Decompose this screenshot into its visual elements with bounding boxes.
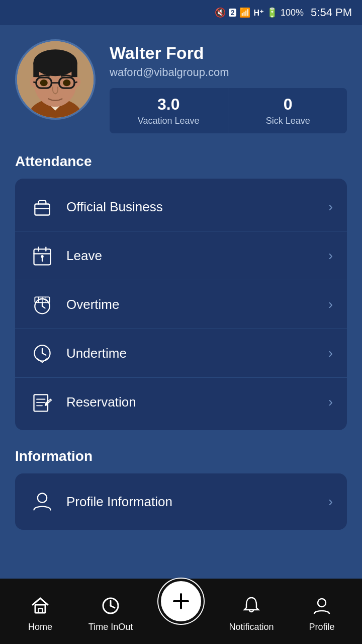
attendance-title: Attendance	[15, 153, 347, 170]
reservation-item[interactable]: Reservation ›	[15, 378, 347, 426]
network-type-icon: H⁺	[253, 8, 263, 18]
official-business-chevron: ›	[328, 199, 333, 215]
profile-header: Walter Ford waford@vibalgroup.com 3.0 Va…	[0, 25, 362, 148]
leave-chevron: ›	[328, 248, 333, 264]
signal-icon: 📶	[239, 7, 250, 18]
undertime-chevron: ›	[328, 345, 333, 361]
nav-home-label: Home	[28, 622, 52, 632]
nav-timeinout[interactable]: Time InOut	[75, 591, 146, 632]
nav-profile[interactable]: Profile	[287, 591, 357, 632]
svg-point-15	[40, 79, 48, 86]
person-icon	[29, 489, 55, 515]
svg-rect-17	[35, 204, 49, 215]
attendance-card: Official Business › Leave ›	[15, 179, 347, 430]
nav-center	[146, 589, 216, 634]
leave-stats: 3.0 Vacation Leave 0 Sick Leave	[110, 88, 347, 133]
undertime-label: Undertime	[66, 346, 328, 361]
vacation-leave-label: Vacation Leave	[120, 116, 218, 126]
official-business-item[interactable]: Official Business ›	[15, 183, 347, 231]
sick-leave-stat: 0 Sick Leave	[229, 88, 347, 133]
svg-rect-7	[71, 63, 77, 77]
profile-information-item[interactable]: Profile Information ›	[15, 477, 347, 526]
attendance-section: Attendance Official Business ›	[15, 153, 347, 430]
reservation-icon	[29, 389, 55, 415]
profile-info: Walter Ford waford@vibalgroup.com 3.0 Va…	[110, 39, 347, 133]
main-content: Attendance Official Business ›	[0, 148, 362, 550]
overtime-icon	[29, 291, 55, 317]
sick-leave-label: Sick Leave	[239, 116, 337, 126]
sim-icon: 2	[229, 9, 237, 17]
mute-icon: 🔇	[215, 7, 226, 18]
overtime-item[interactable]: Overtime ›	[15, 280, 347, 329]
info-card: Profile Information ›	[15, 473, 347, 530]
svg-point-5	[33, 49, 77, 76]
nav-home[interactable]: Home	[5, 591, 75, 632]
battery-icon: 🔋	[266, 7, 278, 18]
bottom-nav: Home Time InOut Notificatio	[0, 579, 362, 644]
leave-label: Leave	[66, 248, 328, 264]
undertime-icon	[29, 340, 55, 366]
avatar	[15, 39, 96, 120]
nav-notification[interactable]: Notification	[216, 591, 287, 632]
svg-line-44	[111, 606, 115, 608]
briefcase-icon	[29, 194, 55, 220]
svg-line-13	[33, 82, 36, 83]
information-section: Information Profile Information ›	[15, 448, 347, 530]
profile-information-label: Profile Information	[66, 494, 328, 510]
profile-email: waford@vibalgroup.com	[110, 66, 347, 79]
sick-leave-number: 0	[239, 95, 337, 114]
leave-icon	[29, 243, 55, 269]
timeinout-icon	[101, 596, 121, 619]
reservation-chevron: ›	[328, 394, 333, 410]
overtime-label: Overtime	[66, 297, 328, 312]
reservation-label: Reservation	[66, 394, 328, 410]
leave-item[interactable]: Leave ›	[15, 231, 347, 280]
nav-notification-label: Notification	[229, 622, 274, 632]
home-icon	[30, 596, 50, 619]
undertime-item[interactable]: Undertime ›	[15, 329, 347, 378]
svg-point-39	[38, 494, 47, 503]
information-title: Information	[15, 448, 347, 464]
bell-icon	[241, 596, 261, 619]
status-icons: 🔇 2 📶 H⁺ 🔋 100%	[215, 7, 304, 18]
status-time: 5:54 PM	[311, 6, 352, 19]
official-business-label: Official Business	[66, 199, 328, 215]
battery-percent: 100%	[281, 8, 304, 18]
vacation-leave-number: 3.0	[120, 95, 218, 114]
profile-information-chevron: ›	[328, 494, 333, 510]
svg-line-34	[42, 353, 46, 355]
svg-point-16	[63, 79, 70, 86]
status-bar: 🔇 2 📶 H⁺ 🔋 100% 5:54 PM	[0, 0, 362, 25]
nav-timeinout-label: Time InOut	[88, 622, 133, 632]
overtime-chevron: ›	[328, 296, 333, 312]
svg-point-24	[41, 256, 43, 258]
nav-profile-label: Profile	[309, 622, 334, 632]
svg-line-27	[42, 306, 45, 308]
vacation-leave-stat: 3.0 Vacation Leave	[110, 88, 228, 133]
svg-point-47	[318, 599, 326, 607]
profile-nav-icon	[312, 596, 332, 619]
svg-line-14	[74, 82, 77, 83]
profile-name: Walter Ford	[110, 43, 347, 63]
svg-rect-6	[33, 63, 39, 77]
add-button[interactable]	[158, 579, 204, 624]
